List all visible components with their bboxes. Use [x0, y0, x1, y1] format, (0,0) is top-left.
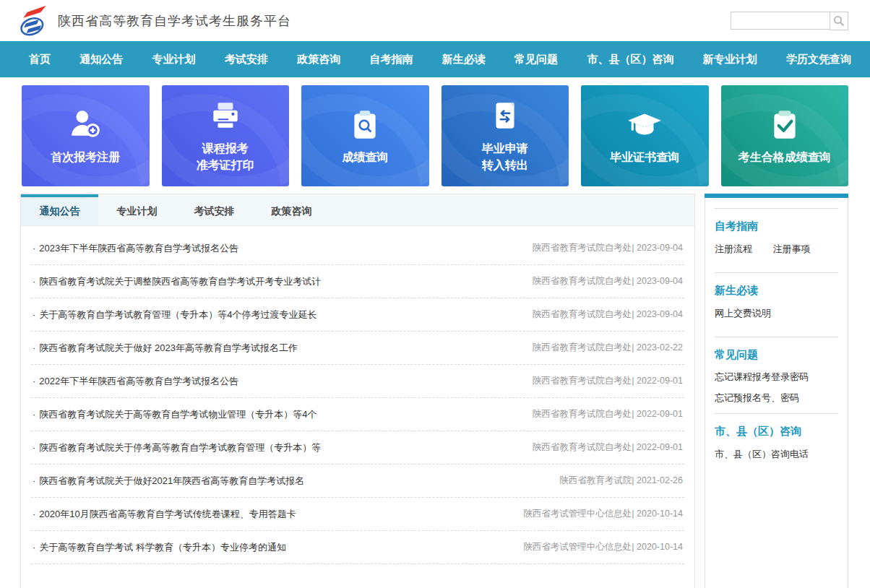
tile-label: 考生合格成绩查询 — [738, 149, 831, 165]
nav-newbie[interactable]: 新生必读 — [442, 53, 486, 66]
tile-label: 首次报考注册 — [51, 149, 120, 165]
tile-first-registration[interactable]: 首次报考注册 — [22, 85, 150, 186]
page: 陕西省高等教育自学考试考生服务平台 首页 通知公告 专业计划 考试安排 政策咨询… — [0, 0, 870, 588]
search-button[interactable] — [830, 12, 848, 30]
announcement-row: · 陕西省教育考试院关于做好2021年陕西省高等教育自学考试报名 陕西省教育考试… — [31, 464, 684, 498]
announcement-meta: 陕西省教育考试院自考处| 2022-09-01 — [533, 441, 683, 454]
nav-exam-schedule[interactable]: 考试安排 — [225, 53, 268, 66]
announcement-meta: 陕西省教育考试院自考处| 2022-09-01 — [533, 375, 683, 387]
quick-entry-tiles: 首次报考注册 课程报考准考证打印 成绩查询 — [22, 85, 848, 186]
announcement-row: · 2020年10月陕西省高等教育自学考试传统卷课程、专用答题卡 陕西省考试管理… — [31, 498, 684, 531]
announcement-meta: 陕西省考试管理中心信息处| 2020-10-14 — [523, 508, 683, 520]
graduation-cap-icon — [626, 107, 663, 142]
sidebar-box: 自考指南 注册流程 注册事项 新生必读 网上交费说明 常见问题 忘记课程报考登录… — [705, 198, 848, 588]
announcement-meta: 陕西省教育考试院自考处| 2023-02-22 — [533, 342, 683, 354]
sidebar: 自考指南 注册流程 注册事项 新生必读 网上交费说明 常见问题 忘记课程报考登录… — [705, 194, 848, 588]
nav-policy[interactable]: 政策咨询 — [297, 53, 340, 66]
bullet: · — [33, 309, 35, 320]
bullet: · — [33, 342, 35, 353]
bullet: · — [33, 442, 35, 453]
sidebar-heading: 常见问题 — [715, 348, 838, 362]
announcement-link[interactable]: 陕西省教育考试院关于调整陕西省高等教育自学考试开考专业考试计 — [39, 275, 517, 288]
search-input[interactable] — [731, 12, 830, 30]
announcement-link[interactable]: 2022年下半年陕西省高等教育自学考试报名公告 — [39, 375, 517, 388]
sidebar-link-forgot-login-password[interactable]: 忘记课程报考登录密码 — [715, 371, 838, 384]
nav-guide[interactable]: 自考指南 — [369, 53, 413, 66]
tab-exam-schedule[interactable]: 考试安排 — [176, 194, 253, 225]
sidebar-heading: 自考指南 — [715, 220, 838, 233]
bullet: · — [33, 475, 35, 486]
announcement-link[interactable]: 关于高等教育自学考试 科学教育（专升本）专业停考的通知 — [39, 541, 509, 554]
sidebar-link-online-payment[interactable]: 网上交费说明 — [715, 307, 771, 320]
announcement-row: · 陕西省教育考试院关于做好 2023年高等教育自学考试报名工作 陕西省教育考试… — [31, 332, 684, 365]
main-nav: 首页 通知公告 专业计划 考试安排 政策咨询 自考指南 新生必读 常见问题 市、… — [0, 41, 870, 77]
bullet: · — [33, 243, 35, 254]
sidebar-heading: 新生必读 — [715, 284, 838, 298]
tile-label: 成绩查询 — [342, 149, 388, 165]
announcement-panel: 通知公告 专业计划 考试安排 政策咨询 · 2023年下半年陕西省高等教育自学考… — [20, 194, 695, 588]
announcement-row: · 陕西省教育考试院关于停考高等教育自学考试教育管理（专升本）等 陕西省教育考试… — [31, 431, 684, 464]
announcement-meta: 陕西省教育考试院| 2021-02-26 — [559, 475, 683, 487]
tab-announcements[interactable]: 通知公告 — [21, 194, 98, 225]
tile-course-registration-print[interactable]: 课程报考准考证打印 — [162, 85, 290, 186]
announcement-link[interactable]: 关于高等教育自学考试教育管理（专升本）等4个停考过渡专业延长 — [39, 308, 517, 321]
announcement-meta: 陕西省教育考试院自考处| 2022-09-01 — [533, 408, 683, 420]
tile-certificate-query[interactable]: 毕业证书查询 — [581, 85, 709, 186]
printer-icon — [208, 98, 243, 133]
bullet: · — [33, 276, 35, 287]
bullet: · — [33, 376, 35, 386]
sidebar-link-city-phone[interactable]: 市、县（区）咨询电话 — [715, 448, 809, 461]
bullet: · — [33, 542, 35, 553]
announcement-row: · 关于高等教育自学考试 科学教育（专升本）专业停考的通知 陕西省考试管理中心信… — [31, 531, 684, 564]
sidebar-section-city-consult: 市、县（区）咨询 市、县（区）咨询电话 — [715, 425, 838, 469]
nav-announcements[interactable]: 通知公告 — [79, 53, 123, 66]
nav-home[interactable]: 首页 — [29, 53, 51, 66]
announcement-link[interactable]: 陕西省教育考试院关于停考高等教育自学考试教育管理（专升本）等 — [39, 441, 517, 454]
sidebar-link-registration-notes[interactable]: 注册事项 — [772, 243, 810, 256]
site-logo-icon — [16, 4, 51, 38]
announcement-row: · 2023年下半年陕西省高等教育自学考试报名公告 陕西省教育考试院自考处| 2… — [31, 232, 684, 265]
bullet: · — [33, 509, 35, 519]
announcement-row: · 陕西省教育考试院关于调整陕西省高等教育自学考试开考专业考试计 陕西省教育考试… — [31, 265, 684, 298]
divider — [715, 208, 838, 209]
tab-major-plans[interactable]: 专业计划 — [98, 194, 176, 225]
divider — [715, 413, 838, 414]
announcement-meta: 陕西省教育考试院自考处| 2023-09-04 — [533, 308, 683, 321]
announcement-row: · 陕西省教育考试院关于高等教育自学考试物业管理（专升本）等4个 陕西省教育考试… — [31, 398, 684, 431]
tab-policy[interactable]: 政策咨询 — [253, 194, 330, 225]
tile-qualified-scores-query[interactable]: 考生合格成绩查询 — [721, 85, 849, 186]
sidebar-section-guide: 自考指南 注册流程 注册事项 — [715, 220, 838, 264]
announcement-list: · 2023年下半年陕西省高等教育自学考试报名公告 陕西省教育考试院自考处| 2… — [21, 226, 694, 564]
user-add-icon — [68, 107, 103, 142]
search-bar — [731, 12, 848, 30]
announcement-link[interactable]: 陕西省教育考试院关于做好2021年陕西省高等教育自学考试报名 — [39, 475, 545, 488]
announcement-link[interactable]: 2020年10月陕西省高等教育自学考试传统卷课程、专用答题卡 — [39, 508, 509, 521]
bullet: · — [33, 409, 35, 420]
nav-diploma-query[interactable]: 学历文凭查询 — [786, 53, 851, 66]
announcement-meta: 陕西省考试管理中心信息处| 2020-10-14 — [523, 541, 683, 553]
page-title: 陕西省高等教育自学考试考生服务平台 — [58, 12, 731, 30]
transfer-doc-icon — [488, 98, 522, 133]
sidebar-link-registration-process[interactable]: 注册流程 — [715, 243, 752, 256]
tab-bar: 通知公告 专业计划 考试安排 政策咨询 — [21, 194, 694, 226]
clipboard-check-icon — [767, 107, 802, 142]
sidebar-section-newbie: 新生必读 网上交费说明 — [715, 284, 838, 328]
clipboard-search-icon — [348, 107, 382, 142]
nav-faq[interactable]: 常见问题 — [514, 53, 558, 66]
tile-graduation-transfer[interactable]: 毕业申请转入转出 — [442, 85, 569, 186]
search-icon — [833, 15, 845, 27]
tile-score-query[interactable]: 成绩查询 — [301, 85, 429, 186]
announcement-link[interactable]: 陕西省教育考试院关于做好 2023年高等教育自学考试报名工作 — [39, 342, 517, 355]
sidebar-link-forgot-preregistration[interactable]: 忘记预报名号、密码 — [715, 392, 838, 405]
announcement-row: · 2022年下半年陕西省高等教育自学考试报名公告 陕西省教育考试院自考处| 2… — [31, 365, 684, 398]
tile-label: 课程报考准考证打印 — [197, 140, 254, 173]
tile-label: 毕业证书查询 — [610, 149, 679, 165]
tile-label: 毕业申请转入转出 — [482, 140, 528, 173]
announcement-meta: 陕西省教育考试院自考处| 2023-09-04 — [533, 242, 683, 254]
nav-city-consult[interactable]: 市、县（区）咨询 — [587, 53, 673, 66]
nav-new-major-plans[interactable]: 新专业计划 — [703, 53, 757, 66]
announcement-link[interactable]: 陕西省教育考试院关于高等教育自学考试物业管理（专升本）等4个 — [39, 408, 517, 421]
announcement-link[interactable]: 2023年下半年陕西省高等教育自学考试报名公告 — [39, 242, 517, 255]
nav-major-plans[interactable]: 专业计划 — [152, 53, 196, 66]
announcement-meta: 陕西省教育考试院自考处| 2023-09-04 — [533, 275, 683, 287]
